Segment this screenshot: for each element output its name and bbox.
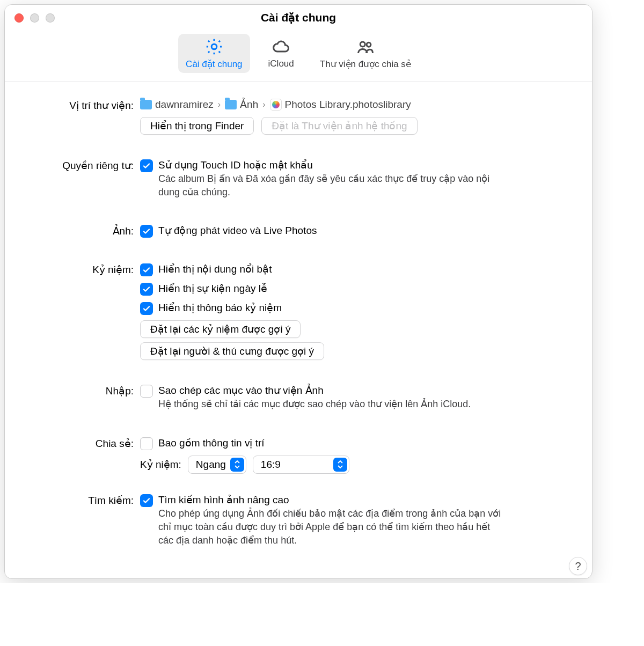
check-icon — [142, 266, 151, 274]
chevron-right-icon: › — [262, 100, 265, 109]
memories-sublabel: Kỷ niệm: — [140, 458, 181, 471]
holiday-checkbox[interactable] — [140, 283, 153, 296]
titlebar: Cài đặt chung — [5, 5, 592, 31]
tab-icloud[interactable]: iCloud — [261, 34, 302, 73]
search-desc: Cho phép ứng dụng Ảnh đối chiếu bảo mật … — [158, 507, 502, 548]
row-import: Nhập: Sao chép các mục vào thư viện Ảnh … — [31, 384, 566, 416]
zoom-icon[interactable] — [46, 13, 55, 23]
location-check-label: Bao gồm thông tin vị trí — [158, 436, 265, 449]
folder-icon — [140, 100, 152, 109]
check-icon — [142, 304, 151, 313]
tab-label: Thư viện được chia sẻ — [320, 58, 411, 70]
svg-point-2 — [367, 42, 371, 47]
holiday-check-label: Hiển thị sự kiện ngày lễ — [158, 282, 267, 295]
autoplay-check-label: Tự động phát video và Live Photos — [158, 224, 317, 237]
minimize-icon[interactable] — [30, 13, 39, 23]
aspect-value: 16:9 — [261, 459, 329, 471]
breadcrumb-item[interactable]: dawnramirez — [140, 99, 214, 111]
enhanced-search-checkbox[interactable] — [140, 494, 153, 507]
copy-items-checkbox[interactable] — [140, 385, 153, 398]
help-button[interactable]: ? — [569, 557, 587, 575]
cloud-icon — [272, 37, 291, 56]
row-privacy: Quyền riêng tư: Sử dụng Touch ID hoặc mậ… — [31, 158, 566, 204]
settings-window: Cài đặt chung Cài đặt chung iCloud Thư v… — [4, 4, 592, 579]
label-import: Nhập: — [31, 384, 140, 397]
label-privacy: Quyền riêng tư: — [31, 158, 140, 172]
aspect-select[interactable]: 16:9 — [253, 456, 349, 474]
tab-shared-library[interactable]: Thư viện được chia sẻ — [312, 34, 419, 73]
people-icon — [356, 37, 375, 56]
window-title: Cài đặt chung — [13, 11, 583, 24]
enhanced-search-check-label: Tìm kiếm hình ảnh nâng cao — [158, 494, 502, 506]
tab-label: Cài đặt chung — [186, 58, 242, 70]
svg-point-0 — [211, 44, 217, 49]
check-icon — [142, 162, 151, 170]
tab-general[interactable]: Cài đặt chung — [178, 34, 250, 73]
content: Vị trí thư viện: dawnramirez › Ảnh › Pho… — [5, 82, 592, 578]
row-sharing: Chia sẻ: Bao gồm thông tin vị trí Kỷ niệ… — [31, 436, 566, 474]
privacy-desc: Các album Bị ẩn và Đã xóa gần đây sẽ yêu… — [158, 172, 502, 199]
traffic-lights — [14, 13, 55, 23]
label-search: Tìm kiếm: — [31, 493, 140, 506]
breadcrumb-item[interactable]: Ảnh — [225, 98, 258, 111]
notification-checkbox[interactable] — [140, 302, 153, 315]
featured-checkbox[interactable] — [140, 263, 153, 276]
notification-check-label: Hiển thị thông báo kỷ niệm — [158, 301, 282, 314]
label-photos: Ảnh: — [31, 224, 140, 237]
privacy-check-label: Sử dụng Touch ID hoặc mật khẩu — [158, 159, 502, 171]
photos-library-icon — [270, 99, 282, 111]
row-search: Tìm kiếm: Tìm kiếm hình ảnh nâng cao Cho… — [31, 493, 566, 553]
tab-label: iCloud — [268, 58, 294, 69]
orientation-select[interactable]: Ngang — [188, 456, 246, 474]
row-photos: Ảnh: Tự động phát video và Live Photos — [31, 224, 566, 243]
location-checkbox[interactable] — [140, 437, 153, 450]
reset-memories-button[interactable]: Đặt lại các kỷ niệm được gợi ý — [140, 320, 301, 338]
toolbar: Cài đặt chung iCloud Thư viện được chia … — [5, 31, 592, 82]
row-library-location: Vị trí thư viện: dawnramirez › Ảnh › Pho… — [31, 98, 566, 139]
row-memories: Kỷ niệm: Hiển thị nội dung nổi bật Hiển … — [31, 262, 566, 364]
gear-icon — [204, 37, 224, 56]
breadcrumb: dawnramirez › Ảnh › Photos Library.photo… — [140, 98, 566, 111]
svg-point-1 — [360, 42, 365, 47]
privacy-checkbox[interactable] — [140, 159, 153, 172]
breadcrumb-item[interactable]: Photos Library.photoslibrary — [270, 99, 411, 111]
featured-check-label: Hiển thị nội dung nổi bật — [158, 262, 272, 275]
copy-items-check-label: Sao chép các mục vào thư viện Ảnh — [158, 384, 471, 397]
reset-people-button[interactable]: Đặt lại người & thú cưng được gợi ý — [140, 342, 324, 360]
close-icon[interactable] — [14, 13, 24, 23]
label-library: Vị trí thư viện: — [31, 98, 140, 112]
stepper-icon — [230, 458, 244, 472]
label-memories: Kỷ niệm: — [31, 262, 140, 276]
show-in-finder-button[interactable]: Hiển thị trong Finder — [140, 117, 254, 135]
set-system-library-button: Đặt là Thư viện ảnh hệ thống — [261, 117, 417, 135]
import-desc: Hệ thống sẽ chỉ tải các mục được sao ché… — [158, 398, 471, 411]
stepper-icon — [333, 458, 347, 472]
chevron-right-icon: › — [218, 100, 221, 109]
folder-icon — [225, 100, 237, 109]
orientation-value: Ngang — [196, 459, 226, 471]
check-icon — [142, 496, 151, 505]
autoplay-checkbox[interactable] — [140, 225, 153, 238]
check-icon — [142, 227, 151, 236]
check-icon — [142, 285, 151, 293]
label-sharing: Chia sẻ: — [31, 436, 140, 450]
